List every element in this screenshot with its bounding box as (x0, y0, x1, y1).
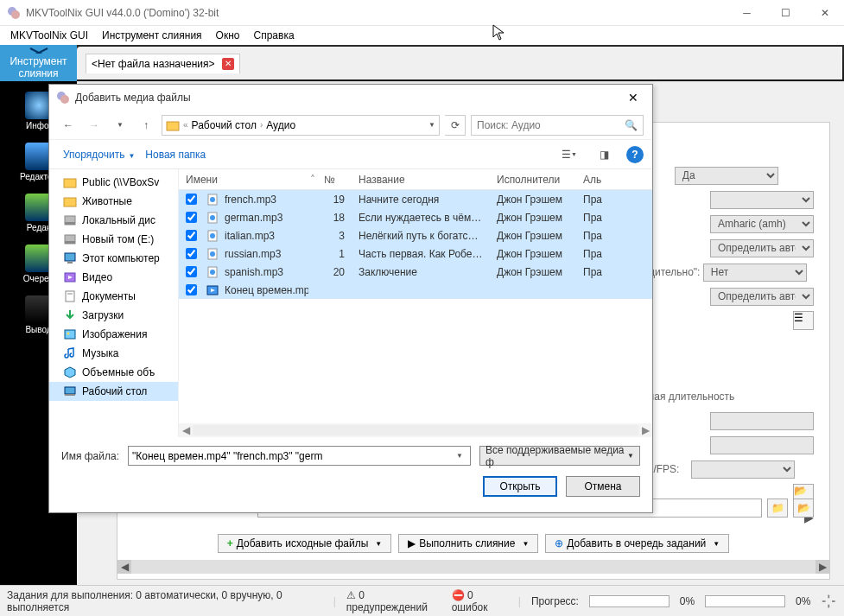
filename-combo[interactable]: "Конец времен.mp4" "french.mp3" "germ ▼ (128, 446, 471, 466)
filetype-dropdown-icon[interactable]: ▼ (627, 452, 634, 460)
filename-row: Имя файла: "Конец времен.mp4" "french.mp… (49, 437, 652, 471)
add-files-button[interactable]: +Добавить исходные файлы▼ (218, 534, 391, 553)
file-row[interactable]: spanish.mp320ЗаключениеДжон ГрэшемПра (179, 263, 652, 281)
crumb-audio[interactable]: Аудио (266, 119, 295, 131)
view-mode-button[interactable]: ☰ ▼ (554, 144, 585, 165)
search-icon: 🔍 (625, 119, 638, 131)
tree-node[interactable]: Этот компьютер (49, 249, 178, 268)
tree-node[interactable]: Локальный дис (49, 211, 178, 230)
tree-node[interactable]: Объемные объ (49, 363, 178, 382)
file-checkbox[interactable] (186, 248, 197, 259)
menu-merge[interactable]: Инструмент слияния (95, 28, 209, 43)
menubar: MKVToolNix GUI Инструмент слияния Окно С… (0, 26, 844, 45)
tree-node[interactable]: Новый том (E:) (49, 230, 178, 249)
nav-back-button[interactable]: ← (58, 115, 79, 136)
maximize-button[interactable]: ☐ (766, 0, 805, 26)
svg-point-32 (210, 251, 215, 257)
prop-extra-btn[interactable]: ☰ (793, 311, 814, 330)
folder-tree[interactable]: Public (\\VBoxSvЖивотныеЛокальный дисНов… (49, 169, 179, 437)
spinner-icon (821, 593, 837, 610)
dest-recent-button[interactable]: 📂 (793, 499, 814, 518)
file-row[interactable]: german.mp318Если нуждаетесь в чём-т...Дж… (179, 208, 652, 226)
column-headers[interactable]: Имени ˄ № Название Исполнители Аль (179, 169, 652, 190)
file-row[interactable]: russian.mp31Часть первая. Как Робер...Дж… (179, 244, 652, 263)
tree-node[interactable]: Загрузки (49, 306, 178, 325)
dialog-close-button[interactable]: ✕ (618, 87, 649, 108)
doc-tab-close-icon[interactable]: ✕ (222, 58, 234, 70)
svg-rect-9 (64, 179, 76, 187)
dialog-icon (56, 91, 70, 105)
file-checkbox[interactable] (186, 194, 197, 205)
nav-fwd-button[interactable]: → (84, 115, 105, 136)
minimize-button[interactable]: ─ (727, 0, 766, 26)
titlebar: MKVToolNix GUI v44.0.0 ('Domino') 32-bit… (0, 0, 844, 26)
col-artist[interactable]: Исполнители (490, 169, 576, 189)
tree-node[interactable]: Изображения (49, 325, 178, 344)
file-checkbox[interactable] (186, 230, 197, 241)
nav-recent-button[interactable]: ▼ (110, 115, 130, 136)
menu-help[interactable]: Справка (247, 28, 301, 43)
run-merge-button[interactable]: ▶Выполнить слияние▼ (398, 534, 538, 553)
prop-select-3[interactable]: Amharic (amh) (710, 215, 814, 233)
filetype-combo[interactable]: Все поддерживаемые медиа ф ▼ (479, 446, 640, 466)
tree-node[interactable]: Видео (49, 268, 178, 287)
status-pct-1: 0% (680, 595, 695, 607)
svg-point-26 (210, 197, 215, 202)
dest-browse-button[interactable]: 📁 (767, 499, 788, 518)
organize-button[interactable]: Упорядочить▼ (58, 145, 140, 164)
prop-select-6[interactable]: Определить автом (710, 288, 814, 306)
cancel-button[interactable]: Отмена (566, 476, 640, 497)
tool-merge-tab[interactable]: Инструмент слияния (0, 45, 77, 81)
col-name[interactable]: Имени (179, 169, 308, 189)
file-row[interactable]: italian.mp33Нелёгкий путь к богатствуДжо… (179, 226, 652, 244)
add-queue-button[interactable]: ⊕Добавить в очередь заданий▼ (545, 534, 729, 553)
main-hscrollbar[interactable]: ◀▶ (117, 560, 829, 574)
dialog-body: Public (\\VBoxSvЖивотныеЛокальный дисНов… (49, 169, 652, 437)
prop-select-1[interactable]: Да (675, 167, 778, 185)
file-checkbox[interactable] (186, 266, 197, 277)
refresh-button[interactable]: ⟳ (445, 115, 466, 136)
search-box[interactable]: 🔍 (471, 115, 644, 136)
filename-dropdown-icon[interactable]: ▼ (453, 452, 466, 460)
close-button[interactable]: ✕ (805, 0, 844, 26)
tree-node[interactable]: Документы (49, 287, 178, 306)
file-list: Имени ˄ № Название Исполнители Аль frenc… (179, 169, 652, 437)
prop-select-5[interactable]: Нет (703, 264, 807, 282)
svg-rect-21 (65, 330, 75, 339)
prop-select-fps[interactable] (691, 460, 795, 479)
addr-dropdown-icon[interactable]: ▼ (428, 121, 435, 129)
preview-pane-button[interactable]: ◨ (588, 144, 619, 165)
open-button[interactable]: Открыть (483, 476, 557, 497)
file-dialog: Добавить медиа файлы ✕ ← → ▼ ↑ « Рабочий… (48, 84, 653, 513)
menu-app[interactable]: MKVToolNix GUI (3, 28, 95, 43)
col-album[interactable]: Аль (576, 169, 652, 189)
doc-tab[interactable]: <Нет файла назначения> ✕ (86, 54, 240, 73)
search-input[interactable] (477, 119, 625, 131)
menu-window[interactable]: Окно (209, 28, 247, 43)
svg-point-30 (210, 233, 215, 238)
status-jobs: Задания для выполнения: 0 автоматически,… (7, 589, 323, 613)
address-bar[interactable]: « Рабочий стол › Аудио ▼ (162, 115, 440, 136)
svg-point-7 (60, 95, 69, 104)
file-checkbox[interactable] (186, 284, 197, 295)
sort-indicator-icon: ˄ (308, 174, 317, 186)
tree-node[interactable]: Музыка (49, 344, 178, 363)
prop-select-4[interactable]: Определить автом (710, 239, 814, 257)
tree-node[interactable]: Животные (49, 192, 178, 211)
prop-select-2[interactable] (710, 191, 814, 209)
newfolder-button[interactable]: Новая папка (140, 145, 211, 164)
crumb-desktop[interactable]: Рабочий стол (192, 119, 257, 131)
filelist-hscroll[interactable]: ◀▶ (179, 423, 652, 437)
nav-up-button[interactable]: ↑ (136, 115, 156, 136)
col-title[interactable]: Название (352, 169, 490, 189)
file-row[interactable]: Конец времен.mp4 (179, 281, 652, 299)
prop-input-1[interactable] (710, 412, 814, 430)
prop-input-2[interactable] (710, 436, 814, 454)
filetype-value: Все поддерживаемые медиа ф (485, 444, 627, 468)
tree-node[interactable]: Public (\\VBoxSv (49, 173, 178, 192)
file-row[interactable]: french.mp319Начните сегодняДжон ГрэшемПр… (179, 190, 652, 208)
tree-node[interactable]: Рабочий стол (49, 382, 178, 401)
help-button[interactable]: ? (626, 146, 644, 163)
file-checkbox[interactable] (186, 212, 197, 223)
col-num[interactable]: № (317, 169, 352, 189)
